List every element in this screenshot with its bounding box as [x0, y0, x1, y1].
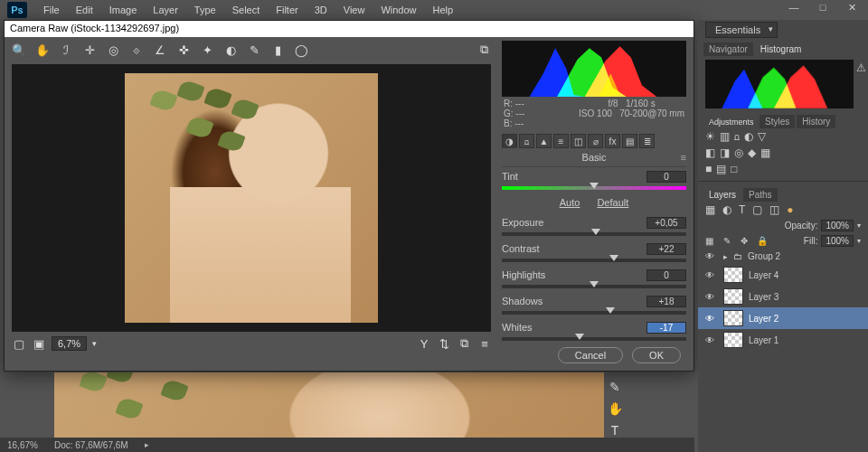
menu-select[interactable]: Select	[232, 5, 260, 15]
menu-type[interactable]: Type	[194, 5, 216, 15]
highlights-track[interactable]	[502, 285, 686, 288]
visibility-icon[interactable]: 👁	[705, 335, 718, 345]
tint-track[interactable]	[502, 186, 686, 190]
tint-value[interactable]: 0	[646, 171, 686, 183]
fill-value[interactable]: 100%	[821, 235, 854, 247]
default-link[interactable]: Default	[597, 197, 628, 208]
minimize-button[interactable]: —	[785, 2, 803, 14]
spot-removal-tool-icon[interactable]: ✦	[200, 42, 214, 57]
tab-curve-icon[interactable]: ⩍	[519, 134, 534, 148]
transform-tool-icon[interactable]: ✜	[176, 42, 191, 57]
menu-3d[interactable]: 3D	[315, 5, 327, 15]
type-tool-icon[interactable]: T	[611, 423, 619, 438]
threshold-icon[interactable]: □	[731, 163, 737, 175]
layer-row[interactable]: 👁 Layer 3	[698, 286, 868, 307]
vibrance-icon[interactable]: ▽	[758, 130, 766, 143]
swap-icon[interactable]: ⇅	[437, 336, 451, 351]
filter-pixel-icon[interactable]: ▦	[705, 203, 715, 216]
photofilter-icon[interactable]: ◎	[734, 146, 743, 159]
radial-filter-tool-icon[interactable]: ◯	[294, 42, 308, 57]
bw-icon[interactable]: ◨	[720, 146, 730, 159]
filter-type-icon[interactable]: T	[739, 203, 745, 216]
tab-fx-icon[interactable]: fx	[605, 134, 620, 148]
eyedropper-tool-icon[interactable]: ✎	[609, 380, 620, 394]
color-sampler-tool-icon[interactable]: ✛	[82, 42, 97, 57]
channelmix-icon[interactable]: ◆	[748, 146, 756, 159]
tab-lens-icon[interactable]: ⌀	[588, 134, 603, 148]
invert-icon[interactable]: ■	[705, 163, 712, 175]
hue-icon[interactable]: ◧	[705, 146, 715, 159]
view-single-icon[interactable]: ▢	[12, 336, 26, 351]
tab-navigator[interactable]: Navigator	[703, 42, 753, 56]
snapshot-toggle-icon[interactable]: ⧉	[476, 42, 491, 57]
zoom-tool-icon[interactable]: 🔍	[12, 42, 26, 57]
zoom-level[interactable]: 6,7%	[52, 336, 87, 351]
ok-button[interactable]: OK	[632, 347, 681, 363]
visibility-icon[interactable]: 👁	[705, 270, 718, 280]
hand-tool-icon[interactable]: ✋	[608, 401, 623, 416]
poster-icon[interactable]: ▤	[716, 163, 726, 175]
hand-tool-icon[interactable]: ✋	[35, 42, 50, 57]
levels-icon[interactable]: ▥	[720, 130, 730, 143]
shadows-track[interactable]	[502, 311, 686, 315]
tab-presets-icon[interactable]: ≣	[639, 134, 655, 148]
opacity-value[interactable]: 100%	[821, 220, 854, 231]
tab-basic-icon[interactable]: ◑	[502, 134, 517, 148]
tab-calib-icon[interactable]: ▤	[622, 134, 637, 148]
menu-image[interactable]: Image	[109, 5, 137, 15]
clip-warning-icon[interactable]: ⚠	[856, 61, 866, 74]
workspace-selector[interactable]: Essentials	[705, 22, 778, 38]
filter-pick-icon[interactable]: ●	[787, 203, 793, 216]
layer-row[interactable]: 👁 ▸ 🗀 Group 2	[698, 249, 868, 264]
lock-icons[interactable]: ▦ ✎ ✥ 🔒	[705, 236, 771, 246]
status-zoom[interactable]: 16,67%	[7, 440, 38, 450]
exposure-icon[interactable]: ◐	[744, 130, 753, 143]
lookup-icon[interactable]: ▦	[760, 146, 770, 159]
tab-styles[interactable]: Styles	[760, 115, 795, 128]
crop-tool-icon[interactable]: ⟐	[129, 42, 144, 57]
visibility-icon[interactable]: 👁	[705, 314, 718, 324]
brush-tool-icon[interactable]: ✎	[247, 42, 261, 57]
tab-histogram[interactable]: Histogram	[755, 42, 807, 56]
layer-row[interactable]: 👁 Layer 4	[698, 264, 868, 286]
menu-view[interactable]: View	[344, 5, 365, 15]
filter-smart-icon[interactable]: ◫	[769, 203, 779, 216]
before-after-y-icon[interactable]: Y	[417, 336, 431, 351]
visibility-icon[interactable]: 👁	[705, 292, 718, 302]
maximize-button[interactable]: □	[814, 2, 832, 14]
exposure-track[interactable]	[502, 232, 686, 236]
white-balance-tool-icon[interactable]: ℐ	[59, 42, 73, 57]
target-adjust-tool-icon[interactable]: ◎	[106, 42, 120, 57]
preferences-icon[interactable]: ≡	[476, 336, 491, 351]
exposure-value[interactable]: +0,05	[646, 217, 686, 229]
cancel-button[interactable]: Cancel	[558, 347, 623, 363]
menu-file[interactable]: File	[43, 5, 60, 15]
brightness-icon[interactable]: ☀	[705, 130, 715, 143]
curves-icon[interactable]: ⩍	[734, 130, 740, 143]
tab-adjustments[interactable]: Adjustments	[703, 116, 758, 128]
contrast-track[interactable]	[502, 259, 686, 262]
close-button[interactable]: ✕	[843, 2, 861, 14]
tab-paths[interactable]: Paths	[743, 188, 778, 202]
filter-adj-icon[interactable]: ◐	[722, 203, 731, 216]
grad-filter-tool-icon[interactable]: ▮	[270, 42, 285, 57]
filter-shape-icon[interactable]: ▢	[752, 203, 762, 216]
image-preview[interactable]	[12, 64, 491, 332]
menu-filter[interactable]: Filter	[276, 5, 297, 15]
auto-link[interactable]: Auto	[560, 197, 580, 208]
redeye-tool-icon[interactable]: ◐	[223, 42, 238, 57]
tab-layers[interactable]: Layers	[703, 188, 741, 202]
tab-detail-icon[interactable]: ▲	[536, 134, 552, 148]
whites-track[interactable]	[502, 337, 686, 341]
tab-history[interactable]: History	[797, 115, 835, 128]
visibility-icon[interactable]: 👁	[705, 251, 718, 261]
whites-value[interactable]: -17	[646, 322, 686, 334]
view-compare-icon[interactable]: ▣	[32, 336, 46, 351]
menu-window[interactable]: Window	[381, 5, 416, 15]
layer-row[interactable]: 👁 Layer 2	[698, 307, 868, 329]
menu-help[interactable]: Help	[433, 5, 454, 15]
contrast-value[interactable]: +22	[646, 243, 686, 255]
menu-layer[interactable]: Layer	[153, 5, 178, 15]
highlights-value[interactable]: 0	[646, 269, 686, 281]
straighten-tool-icon[interactable]: ∠	[153, 42, 167, 57]
